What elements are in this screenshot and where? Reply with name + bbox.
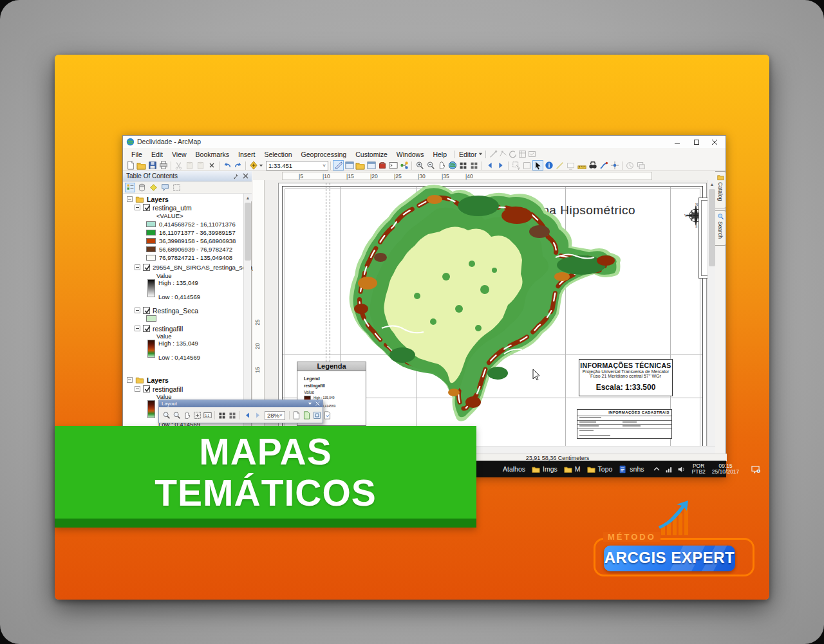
layout-zoom-combo[interactable]: 28%˅ xyxy=(265,411,285,420)
scroll-up-button[interactable]: ▲ xyxy=(244,194,252,201)
editor-sketch-icon[interactable] xyxy=(489,150,498,158)
full-extent-button[interactable] xyxy=(447,160,458,170)
toc-options-button[interactable] xyxy=(171,183,182,192)
menu-bookmarks[interactable]: Bookmarks xyxy=(191,151,234,158)
volume-tray-icon[interactable] xyxy=(677,465,686,474)
redo-button[interactable] xyxy=(232,160,243,170)
toc-group-layers-2[interactable]: Layers xyxy=(127,376,169,384)
editor-rotate-icon[interactable] xyxy=(509,150,517,158)
editor-attributes-icon[interactable] xyxy=(518,150,527,158)
html-popup-tool[interactable] xyxy=(565,160,576,170)
close-button[interactable] xyxy=(705,137,724,147)
open-button[interactable] xyxy=(136,160,147,170)
toolbar-options-icon[interactable] xyxy=(308,401,312,406)
toc-group-layers-1[interactable]: Layers xyxy=(127,195,169,203)
maximize-button[interactable] xyxy=(687,137,706,147)
window-titlebar[interactable]: Declividade - ArcMap xyxy=(123,136,726,149)
list-by-visibility-button[interactable] xyxy=(148,183,158,192)
layout-toolbar-titlebar[interactable]: Layout xyxy=(159,400,323,407)
toolbar-close-icon[interactable] xyxy=(315,401,320,406)
go-to-xy-button[interactable] xyxy=(609,160,620,170)
go-back-extent-button[interactable] xyxy=(484,160,495,170)
language-indicator[interactable]: PORPTB2 xyxy=(692,463,706,475)
list-by-drawing-order-button[interactable] xyxy=(125,183,135,192)
go-forward-layout-button[interactable] xyxy=(252,410,263,421)
python-window-button[interactable] xyxy=(388,160,398,170)
select-features-button[interactable] xyxy=(510,160,521,170)
scroll-thumb[interactable] xyxy=(245,203,251,261)
action-center-icon[interactable]: 1 xyxy=(751,465,760,474)
time-slider-button[interactable] xyxy=(624,160,635,170)
toc-close-icon[interactable] xyxy=(243,173,248,179)
pin-icon[interactable] xyxy=(232,173,239,179)
zoom-out-tool[interactable] xyxy=(425,160,436,170)
menu-edit[interactable]: Edit xyxy=(147,151,167,158)
layer-checkbox[interactable] xyxy=(143,385,150,392)
collapse-icon[interactable] xyxy=(135,264,140,270)
go-forward-extent-button[interactable] xyxy=(495,160,506,170)
measure-tool[interactable] xyxy=(576,160,587,170)
toc-layer-restinga-utm[interactable]: restinga_utm xyxy=(135,203,192,212)
save-button[interactable] xyxy=(147,160,158,170)
layer-checkbox[interactable] xyxy=(143,264,150,271)
menu-windows[interactable]: Windows xyxy=(392,151,429,158)
map-scale-combo[interactable]: 1:33.451˅ xyxy=(266,161,328,170)
add-data-button[interactable] xyxy=(248,160,259,170)
collapse-icon[interactable] xyxy=(127,196,133,202)
collapse-icon[interactable] xyxy=(135,205,140,210)
menu-view[interactable]: View xyxy=(167,151,191,158)
copy-button[interactable] xyxy=(184,160,195,170)
fixed-zoom-out-button[interactable] xyxy=(469,160,480,170)
add-data-dropdown-icon[interactable] xyxy=(259,163,263,168)
layout-vertical-scrollbar[interactable]: ▲ xyxy=(707,180,715,454)
search-dock-tab[interactable]: Search xyxy=(715,210,726,246)
menu-geoprocessing[interactable]: Geoprocessing xyxy=(297,151,351,158)
layout-zoom-in-tool[interactable] xyxy=(161,410,171,421)
taskbar-item-m[interactable]: M xyxy=(564,465,581,474)
collapse-icon[interactable] xyxy=(127,377,133,383)
fixed-zoom-out-layout-button[interactable] xyxy=(227,410,238,421)
arctoolbox-button[interactable] xyxy=(377,160,388,170)
model-builder-button[interactable] xyxy=(398,160,409,170)
change-layout-button[interactable] xyxy=(323,410,333,421)
editor-sketch-props-icon[interactable] xyxy=(528,150,536,158)
taskbar-item-imgs[interactable]: Imgs xyxy=(532,465,557,474)
hyperlink-tool[interactable] xyxy=(554,160,565,170)
menu-help[interactable]: Help xyxy=(428,151,451,158)
menu-selection[interactable]: Selection xyxy=(259,151,296,158)
zoom-100-button[interactable]: 1:1 xyxy=(202,410,212,421)
fixed-zoom-in-button[interactable] xyxy=(458,160,469,170)
select-elements-tool[interactable] xyxy=(532,160,543,170)
cut-button[interactable] xyxy=(173,160,184,170)
fixed-zoom-in-layout-button[interactable] xyxy=(217,410,227,421)
editor-tool-button[interactable] xyxy=(333,160,344,170)
layer-checkbox[interactable] xyxy=(143,204,150,211)
taskbar-item-atalhos[interactable]: Atalhos xyxy=(503,465,525,473)
clear-selection-button[interactable] xyxy=(521,160,532,170)
minimize-button[interactable] xyxy=(668,137,687,147)
menu-file[interactable]: File xyxy=(127,151,147,158)
scroll-up-button[interactable]: ▲ xyxy=(708,180,715,188)
layout-pan-tool[interactable] xyxy=(182,410,192,421)
tray-chevron-icon[interactable] xyxy=(653,466,660,472)
delete-button[interactable] xyxy=(206,160,217,170)
list-by-selection-button[interactable] xyxy=(160,183,170,192)
taskbar-item-topo[interactable]: Topo xyxy=(587,465,613,474)
print-button[interactable] xyxy=(158,160,169,170)
focus-data-frame-button[interactable] xyxy=(312,410,323,421)
toc-layer-restinga-seca[interactable]: Restinga_Seca xyxy=(135,306,198,315)
catalog-window-button[interactable] xyxy=(355,160,366,170)
toc-header[interactable]: Table Of Contents xyxy=(123,171,252,181)
editor-dropdown-icon[interactable] xyxy=(478,152,483,156)
zoom-whole-page-button[interactable] xyxy=(192,410,202,421)
editor-toolbar-label[interactable]: Editor xyxy=(457,151,478,158)
taskbar-item-snhs[interactable]: snhs xyxy=(619,465,644,474)
catalog-dock-tab[interactable]: Catalog xyxy=(715,171,726,208)
menu-insert[interactable]: Insert xyxy=(234,151,259,158)
editor-vertex-icon[interactable] xyxy=(499,150,507,158)
zoom-to-page-width-button[interactable] xyxy=(292,410,302,421)
toc-layer-restingafill-2[interactable]: restingafill xyxy=(135,385,183,393)
layout-zoom-out-tool[interactable] xyxy=(171,410,182,421)
identify-tool[interactable] xyxy=(543,160,554,170)
pan-tool[interactable] xyxy=(436,160,447,170)
